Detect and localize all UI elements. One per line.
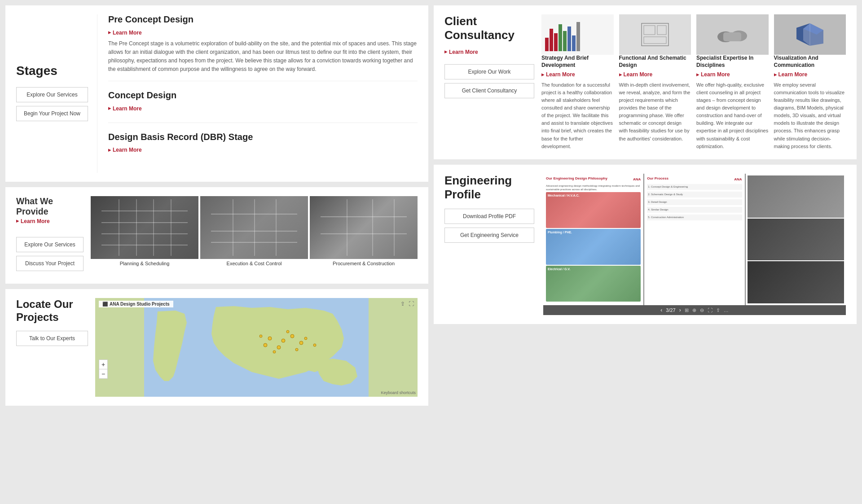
begin-project-button[interactable]: Begin Your Project Now xyxy=(16,106,88,121)
stage-item-dbr: Design Basis Record (DBR) Stage Learn Mo… xyxy=(108,132,418,164)
download-pdf-button[interactable]: Download Profile PDF xyxy=(444,209,534,224)
stages-content: Pre Concept Design Learn More The Pre Co… xyxy=(97,14,418,173)
execution-label: Execution & Cost Control xyxy=(200,261,308,266)
chart-bars-graphic xyxy=(545,20,610,51)
dbr-learn-more[interactable]: Learn More xyxy=(108,147,142,153)
map-container[interactable]: ⬛ ANA Design Studio Projects ⇪ ⛶ + − Key… xyxy=(95,298,418,397)
pdf-prev-button[interactable]: ‹ xyxy=(660,307,662,313)
pdf-photo-2 xyxy=(748,219,844,261)
provide-learn-more[interactable]: Learn More xyxy=(16,218,50,224)
visualization-title: Visualization And Communication xyxy=(774,55,846,69)
specialist-title: Specialist Expertise In Disciplines xyxy=(696,55,769,69)
electrical-label: Electrical / G.V. xyxy=(546,266,641,272)
consultancy-columns: Strategy And Brief Development Learn Mor… xyxy=(541,14,846,150)
map-zoom-out-button[interactable]: − xyxy=(99,369,107,378)
blueprint-svg xyxy=(637,19,673,50)
pdf-zoom-out-button[interactable]: ⊖ xyxy=(700,307,704,313)
pdf-photo-column xyxy=(748,175,844,304)
hvac-label: Mechanical / H.V.A.C. xyxy=(546,192,641,199)
svg-point-3 xyxy=(290,334,294,338)
provide-image-planning: Planning & Scheduling xyxy=(91,196,198,266)
planning-label: Planning & Scheduling xyxy=(91,261,198,266)
what-we-provide-section: What We Provide Learn More Explore Our S… xyxy=(5,187,428,284)
stage-item-pre-concept: Pre Concept Design Learn More The Pre Co… xyxy=(108,14,418,81)
map-title-bar: ⬛ ANA Design Studio Projects xyxy=(99,301,173,307)
scaffold-graphic-3 xyxy=(321,199,407,256)
pdf-photo-3 xyxy=(748,261,844,303)
pdf-grid-button[interactable]: ⊞ xyxy=(685,307,689,313)
scaffold-graphic-1 xyxy=(101,199,188,256)
map-zoom-in-button[interactable]: + xyxy=(99,360,107,369)
svg-point-10 xyxy=(295,348,298,351)
specialist-text: We offer high-quality, exclusive client … xyxy=(696,81,769,150)
pdf-photo-1 xyxy=(748,175,844,218)
svg-point-5 xyxy=(264,343,267,347)
svg-point-1 xyxy=(268,337,272,340)
plumbing-diagram: Plumbing / PHE. xyxy=(546,229,641,265)
handshake-svg xyxy=(714,19,750,50)
provide-discuss-button[interactable]: Discuss Your Project xyxy=(16,256,84,271)
svg-point-12 xyxy=(259,335,262,337)
consultancy-col-specialist: Specialist Expertise In Disciplines Lear… xyxy=(696,14,769,150)
procurement-label: Procurement & Construction xyxy=(310,261,418,266)
provide-image-execution: Execution & Cost Control xyxy=(200,196,308,266)
pdf-page2-title: Our Process xyxy=(647,176,668,180)
pdf-page1-text: Advanced engineering design methodology … xyxy=(546,184,641,192)
svg-point-11 xyxy=(313,344,316,346)
hvac-diagram: Mechanical / H.V.A.C. xyxy=(546,192,641,228)
pdf-toolbar: ‹ 3/27 › ⊞ ⊕ ⊖ ⛶ ⇪ … xyxy=(543,305,846,315)
map-icon-group: ⇪ ⛶ xyxy=(400,301,414,307)
get-consultancy-button[interactable]: Get Client Consultancy xyxy=(444,83,534,98)
pdf-share-button[interactable]: ⇪ xyxy=(716,307,720,313)
provide-explore-button[interactable]: Explore Our Services xyxy=(16,237,84,252)
stage-item-concept: Concept Design Learn More xyxy=(108,90,418,123)
map-fullscreen-icon[interactable]: ⛶ xyxy=(409,301,414,307)
pdf-fit-button[interactable]: ⛶ xyxy=(708,307,712,313)
strategy-chart-image xyxy=(541,14,614,55)
pdf-page-philosophy: Our Engineering Design Philosophy ANA Ad… xyxy=(543,174,643,306)
svg-point-7 xyxy=(286,330,289,333)
consultancy-layout: Client Consultancy Learn More Explore Ou… xyxy=(444,14,846,150)
plumbing-label: Plumbing / PHE. xyxy=(546,229,641,236)
visualization-learn-more[interactable]: Learn More xyxy=(774,71,846,78)
svg-rect-22 xyxy=(723,32,741,41)
pdf-zoom-in-button[interactable]: ⊕ xyxy=(692,307,696,313)
talk-experts-button[interactable]: Talk to Our Experts xyxy=(16,331,88,346)
locate-projects-section: Locate Our Projects Talk to Our Experts xyxy=(5,289,428,406)
explore-work-button[interactable]: Explore Our Work xyxy=(444,64,534,79)
client-consultancy-section: Client Consultancy Learn More Explore Ou… xyxy=(434,5,857,159)
map-icon-square: ⬛ xyxy=(102,302,108,307)
consultancy-col-strategy: Strategy And Brief Development Learn Mor… xyxy=(541,14,614,150)
execution-image xyxy=(200,196,308,259)
concept-learn-more[interactable]: Learn More xyxy=(108,105,142,112)
pdf-more-button[interactable]: … xyxy=(724,307,729,313)
pdf-next-button[interactable]: › xyxy=(679,307,681,313)
strategy-text: The foundation for a successful project … xyxy=(541,81,614,150)
stage-concept-title: Concept Design xyxy=(108,90,418,101)
stage-dbr-title: Design Basis Record (DBR) Stage xyxy=(108,132,418,142)
3d-box-svg xyxy=(792,19,828,50)
functional-learn-more[interactable]: Learn More xyxy=(619,71,691,78)
map-zoom-controls: + − xyxy=(99,359,108,379)
pdf-page-process: Our Process ANA 1. Concept Design & Engi… xyxy=(644,174,744,306)
explore-services-button[interactable]: Explore Our Services xyxy=(16,87,88,102)
engineering-layout: Engineering Profile Download Profile PDF… xyxy=(444,174,846,316)
visualization-text: We employ several communication tools to… xyxy=(774,81,846,150)
consultancy-learn-more[interactable]: Learn More xyxy=(444,49,478,55)
strategy-learn-more[interactable]: Learn More xyxy=(541,71,614,78)
scaffold-graphic-2 xyxy=(211,199,297,256)
map-share-icon[interactable]: ⇪ xyxy=(400,301,405,307)
pdf-page-photos xyxy=(746,174,846,306)
pre-concept-learn-more[interactable]: Learn More xyxy=(108,30,142,36)
svg-point-4 xyxy=(277,346,281,349)
map-watermark: Keyboard shortcuts xyxy=(381,390,416,395)
consultancy-title: Client Consultancy xyxy=(444,14,534,42)
locate-title: Locate Our Projects xyxy=(16,298,88,324)
pdf-page1-title: Our Engineering Design Philosophy xyxy=(546,176,607,180)
consultancy-col-visualization: Visualization And Communication Learn Mo… xyxy=(774,14,846,150)
provide-images-area: Planning & Scheduling xyxy=(91,196,418,266)
strategy-title: Strategy And Brief Development xyxy=(541,55,614,69)
get-engineering-service-button[interactable]: Get Engineering Service xyxy=(444,228,534,243)
specialist-learn-more[interactable]: Learn More xyxy=(696,71,769,78)
consultancy-sidebar: Client Consultancy Learn More Explore Ou… xyxy=(444,14,534,150)
